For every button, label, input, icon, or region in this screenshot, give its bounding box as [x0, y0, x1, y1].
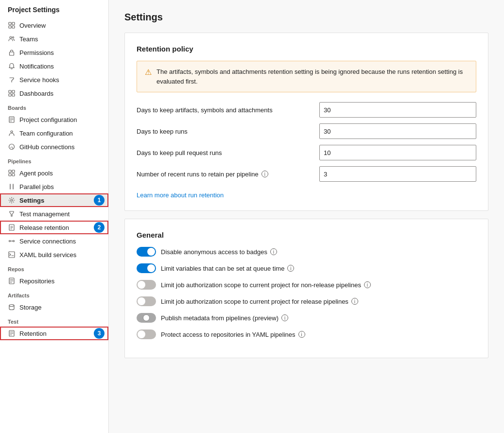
badge-1: 1: [94, 195, 104, 206]
sidebar-item-service-connections[interactable]: Service connections: [0, 234, 108, 248]
learn-more-link[interactable]: Learn more about run retention: [137, 191, 224, 199]
limit-auth-nonrelease-info-icon[interactable]: i: [364, 281, 371, 288]
svg-point-4: [10, 36, 12, 38]
toggle-track[interactable]: [137, 313, 156, 323]
svg-rect-24: [9, 252, 15, 258]
toggle-row-protect-repos: Protect access to repositories in YAML p…: [137, 329, 476, 339]
protect-repos-info-icon[interactable]: i: [298, 331, 305, 338]
limit-variables-info-icon[interactable]: i: [287, 265, 294, 272]
toggle-row-limit-auth-release: Limit job authorization scope to current…: [137, 296, 476, 306]
sidebar-item-teams[interactable]: Teams: [0, 32, 108, 46]
toggle-label-limit-auth-release: Limit job authorization scope to current…: [161, 298, 358, 305]
page-title: Settings: [124, 12, 488, 23]
svg-rect-1: [12, 22, 15, 25]
recent-runs-info-icon[interactable]: i: [261, 171, 268, 177]
form-row-recent-runs: Number of recent runs to retain per pipe…: [137, 166, 476, 182]
sidebar-item-agent-pools[interactable]: Agent pools: [0, 166, 108, 180]
sidebar-item-test-management[interactable]: Test management: [0, 207, 108, 221]
svg-rect-7: [9, 90, 11, 93]
sidebar-item-label: Parallel jobs: [19, 183, 54, 191]
svg-point-22: [9, 241, 11, 242]
sidebar-item-label: Permissions: [19, 49, 54, 56]
svg-point-5: [13, 37, 14, 38]
sidebar-item-service-hooks[interactable]: Service hooks: [0, 73, 108, 87]
sidebar-title: Project Settings: [0, 0, 108, 18]
input-recent-runs[interactable]: [319, 166, 476, 182]
svg-rect-6: [10, 52, 14, 55]
svg-rect-14: [9, 170, 11, 173]
svg-rect-10: [12, 94, 15, 96]
form-label-artifacts: Days to keep artifacts, symbols and atta…: [137, 106, 312, 114]
grid-icon: [8, 21, 16, 29]
sidebar-item-project-config[interactable]: Project configuration: [0, 113, 108, 126]
sidebar-item-xaml[interactable]: XAML build services: [0, 248, 108, 261]
sidebar-item-permissions[interactable]: Permissions: [0, 46, 108, 59]
sidebar-item-label: Notifications: [19, 63, 54, 70]
sidebar-item-label: Dashboards: [19, 90, 53, 97]
publish-metadata-info-icon[interactable]: i: [281, 314, 288, 321]
toggle-track[interactable]: [137, 263, 156, 273]
limit-auth-release-info-icon[interactable]: i: [351, 298, 358, 305]
github-icon: [8, 143, 16, 151]
toggle-track[interactable]: [137, 296, 156, 306]
main-content: Settings Retention policy ⚠ The artifact…: [109, 0, 504, 433]
toggle-limit-auth-release[interactable]: [137, 296, 156, 306]
toggle-limit-variables[interactable]: [137, 263, 156, 273]
retention-policy-card: Retention policy ⚠ The artifacts, symbol…: [124, 33, 488, 211]
warning-text: The artifacts, symbols and attachments r…: [156, 67, 468, 86]
gear-icon: [8, 196, 16, 204]
sidebar-item-label: Repositories: [19, 277, 54, 285]
people-icon: [8, 129, 16, 137]
sidebar-item-label: XAML build services: [19, 251, 76, 259]
release-icon: [8, 224, 16, 231]
svg-rect-8: [12, 90, 15, 93]
toggle-publish-metadata[interactable]: [137, 313, 156, 323]
badge-3: 3: [94, 328, 104, 339]
sidebar: Project Settings Overview Teams Permissi…: [0, 0, 109, 433]
sidebar-item-retention[interactable]: Retention 3: [0, 327, 108, 340]
svg-rect-2: [9, 26, 11, 28]
form-row-pr-runs: Days to keep pull request runs: [137, 145, 476, 160]
svg-point-26: [9, 305, 14, 307]
sidebar-item-notifications[interactable]: Notifications: [0, 59, 108, 73]
toggle-protect-repos[interactable]: [137, 329, 156, 339]
pipelines-section-label: Pipelines: [0, 154, 108, 166]
svg-point-12: [11, 131, 13, 133]
form-label-pr-runs: Days to keep pull request runs: [137, 149, 312, 156]
sidebar-item-parallel-jobs[interactable]: Parallel jobs: [0, 180, 108, 193]
retention-section-title: Retention policy: [137, 45, 476, 53]
toggle-track[interactable]: [137, 247, 156, 257]
dashboard-icon: [8, 89, 16, 97]
sidebar-item-settings[interactable]: Settings 1: [0, 193, 108, 207]
input-days-runs[interactable]: [319, 123, 476, 139]
input-days-artifacts[interactable]: [319, 102, 476, 118]
toggle-thumb: [147, 264, 155, 272]
toggle-label-protect-repos: Protect access to repositories in YAML p…: [161, 331, 305, 338]
anon-badges-info-icon[interactable]: i: [270, 248, 277, 255]
test-icon: [8, 210, 16, 218]
sidebar-item-release-retention[interactable]: Release retention 2: [0, 221, 108, 234]
toggle-limit-auth-nonrelease[interactable]: [137, 280, 156, 290]
sidebar-item-label: GitHub connections: [19, 143, 74, 151]
sidebar-item-label: Service hooks: [19, 76, 59, 84]
sidebar-item-team-config[interactable]: Team configuration: [0, 126, 108, 140]
sidebar-item-repositories[interactable]: Repositories: [0, 274, 108, 288]
sidebar-item-storage[interactable]: Storage: [0, 300, 108, 314]
form-label-recent-runs: Number of recent runs to retain per pipe…: [137, 171, 312, 178]
form-row-artifacts: Days to keep artifacts, symbols and atta…: [137, 102, 476, 118]
svg-point-20: [11, 199, 13, 201]
sidebar-item-label: Release retention: [19, 224, 69, 231]
toggle-row-anonymous-badges: Disable anonymous access to badges i: [137, 247, 476, 257]
sidebar-item-dashboards[interactable]: Dashboards: [0, 87, 108, 100]
sidebar-item-label: Agent pools: [19, 170, 53, 177]
input-days-pr-runs[interactable]: [319, 145, 476, 160]
toggle-track[interactable]: [137, 329, 156, 339]
sidebar-item-github[interactable]: GitHub connections: [0, 140, 108, 154]
form-row-runs: Days to keep runs: [137, 123, 476, 139]
general-section-title: General: [137, 231, 476, 239]
svg-rect-15: [12, 170, 15, 173]
sidebar-item-overview[interactable]: Overview: [0, 18, 108, 32]
toggle-anonymous-badges[interactable]: [137, 247, 156, 257]
toggle-thumb: [143, 314, 150, 321]
toggle-track[interactable]: [137, 280, 156, 290]
